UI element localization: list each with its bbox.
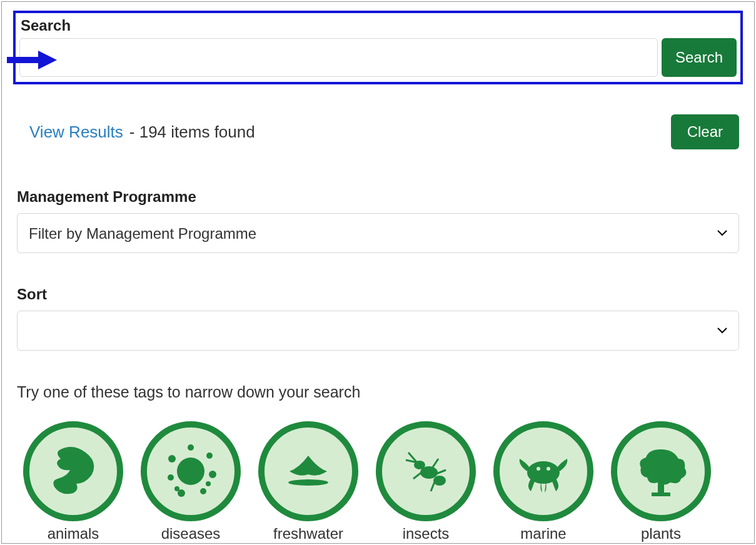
svg-point-5 xyxy=(209,471,216,478)
tag-label: insects xyxy=(403,525,450,542)
sort-label: Sort xyxy=(17,286,739,303)
tags-row: animals diseases xyxy=(17,421,739,542)
insects-icon xyxy=(376,421,476,521)
svg-point-9 xyxy=(188,444,194,451)
tag-label: animals xyxy=(48,525,99,542)
tag-animals[interactable]: animals xyxy=(23,421,123,542)
svg-point-6 xyxy=(168,474,174,481)
animals-icon xyxy=(23,421,123,521)
results-row: View Results - 194 items found Clear xyxy=(17,114,739,149)
sort-select[interactable] xyxy=(17,311,739,351)
svg-rect-26 xyxy=(652,492,670,496)
tag-freshwater[interactable]: freshwater xyxy=(258,421,358,542)
svg-point-4 xyxy=(206,452,213,459)
tag-label: diseases xyxy=(161,525,221,542)
view-results-link[interactable]: View Results xyxy=(29,122,123,142)
svg-point-2 xyxy=(177,458,204,485)
diseases-icon xyxy=(141,421,241,521)
svg-point-23 xyxy=(537,467,540,471)
tag-label: plants xyxy=(641,525,681,542)
freshwater-icon xyxy=(258,421,358,521)
svg-point-8 xyxy=(200,488,206,494)
search-label: Search xyxy=(21,17,737,34)
tags-hint: Try one of these tags to narrow down you… xyxy=(17,383,739,401)
tag-marine[interactable]: marine xyxy=(493,421,593,542)
search-button[interactable]: Search xyxy=(662,38,737,77)
marine-icon xyxy=(493,421,593,521)
clear-button[interactable]: Clear xyxy=(671,114,739,149)
tag-insects[interactable]: insects xyxy=(376,421,476,542)
programme-select[interactable]: Filter by Management Programme xyxy=(17,213,739,253)
tag-label: freshwater xyxy=(273,525,343,542)
svg-point-12 xyxy=(288,479,328,486)
tag-plants[interactable]: plants xyxy=(611,421,711,542)
search-section-highlight: Search Search xyxy=(13,11,743,84)
svg-point-3 xyxy=(168,455,176,462)
svg-point-24 xyxy=(547,467,550,471)
tag-diseases[interactable]: diseases xyxy=(141,421,241,542)
items-found-text: - 194 items found xyxy=(129,122,255,142)
svg-point-11 xyxy=(206,481,211,486)
programme-label: Management Programme xyxy=(17,188,739,206)
tag-label: marine xyxy=(520,525,566,542)
svg-point-10 xyxy=(174,486,179,491)
search-input[interactable] xyxy=(19,38,658,77)
plants-icon xyxy=(611,421,711,521)
